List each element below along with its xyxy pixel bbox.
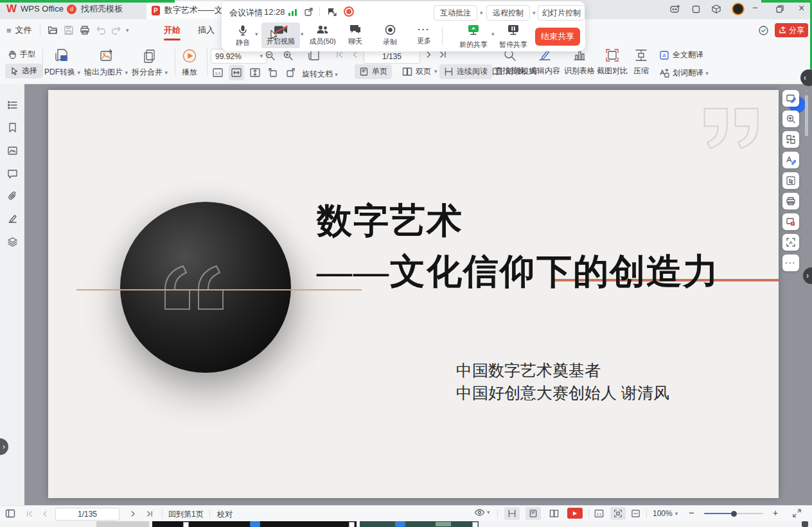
file-menu[interactable]: ≡ 文件 <box>6 24 32 36</box>
camera-on-button[interactable]: 开启视频 <box>261 22 300 48</box>
undo-icon[interactable] <box>96 26 106 35</box>
zoom-out-icon[interactable] <box>265 50 276 61</box>
taskbar-corner-icon[interactable] <box>802 521 808 527</box>
scrollbar-thumb[interactable] <box>805 95 808 136</box>
tab-document-active[interactable]: P 数字艺术——文化信 <box>146 1 234 19</box>
members-button[interactable]: 成员(50) <box>306 24 339 46</box>
status-fit-width-icon[interactable] <box>631 509 640 518</box>
remote-control-button[interactable]: 远程控制▾ <box>486 5 536 21</box>
chat-button[interactable]: 聊天 <box>344 24 367 46</box>
slide-control-button[interactable]: 幻灯片控制 <box>538 5 585 21</box>
thumbnail-checkbox[interactable] <box>349 522 355 527</box>
actual-size-icon[interactable]: 1:1 <box>212 67 224 78</box>
translate-word-button[interactable]: 划词翻译 ▾ <box>659 67 709 78</box>
bookmark-panel-icon[interactable] <box>7 122 18 133</box>
status-actual-size-icon[interactable]: 1:1 <box>594 508 605 519</box>
end-share-button[interactable]: 结束共享 <box>535 28 580 46</box>
double-page-button[interactable]: 双页 ▾ <box>400 64 440 79</box>
fullscreen-icon[interactable] <box>792 508 802 518</box>
zoom-level-button[interactable]: 100% ▾ <box>653 509 678 518</box>
area-select-button[interactable] <box>782 172 799 189</box>
back-to-first-button[interactable]: 回到第1页 <box>168 509 204 520</box>
screenshot-compare-button[interactable]: 截图对比 <box>594 48 630 76</box>
text-edit-button[interactable] <box>782 152 799 168</box>
outline-panel-icon[interactable] <box>7 100 18 111</box>
save-icon[interactable] <box>64 25 74 35</box>
rotate-doc-button[interactable]: 旋转文档 ▾ <box>302 69 338 80</box>
print-page-button[interactable] <box>782 193 799 210</box>
prev-page-icon[interactable] <box>351 51 358 58</box>
tab-template[interactable]: d 找稻壳模板 <box>67 3 143 15</box>
pause-share-button[interactable]: 暂停共享 <box>497 24 530 49</box>
export-image-button[interactable]: 输出为图片 ▾ <box>82 48 130 78</box>
status-single-page-button[interactable] <box>525 507 541 520</box>
prev-page-button[interactable] <box>41 510 48 517</box>
edit-content-button[interactable]: 编辑内容 <box>527 48 563 76</box>
proofread-button[interactable]: 校对 <box>217 509 233 520</box>
edit-image-button[interactable] <box>782 90 799 107</box>
export-ppt-button[interactable]: P <box>782 213 799 230</box>
thumbnail-checkbox[interactable] <box>183 522 189 527</box>
magnify-button[interactable] <box>782 111 799 127</box>
zoom-slider-track[interactable] <box>704 513 763 514</box>
thumbnail-panel-icon[interactable] <box>7 145 18 156</box>
ocr-button[interactable]: A <box>782 234 799 251</box>
3d-box-icon[interactable] <box>711 4 721 14</box>
view-visibility-button[interactable]: ▾ <box>474 507 490 518</box>
avatar[interactable] <box>732 3 745 15</box>
minimize-button[interactable]: − <box>752 2 758 13</box>
translate-full-button[interactable]: A 全文翻译 <box>659 49 703 60</box>
new-share-chevron[interactable]: ▾ <box>491 31 495 37</box>
first-page-icon[interactable] <box>335 51 343 58</box>
status-continuous-button[interactable] <box>504 507 520 520</box>
stacked-windows-icon[interactable] <box>691 4 701 14</box>
status-page-input[interactable]: 1/135 <box>55 508 119 521</box>
right-edge-handle[interactable]: › <box>803 267 812 284</box>
status-fit-screen-button[interactable] <box>610 507 626 520</box>
share-button[interactable]: 分享 <box>775 23 808 37</box>
redo-icon[interactable] <box>111 26 121 35</box>
tab-home[interactable]: 开始 <box>164 24 181 40</box>
interactive-annotate-button[interactable]: 互动批注▾ <box>434 5 483 21</box>
pop-out-icon[interactable] <box>304 7 313 17</box>
taskbar-thumbnail[interactable] <box>96 521 149 527</box>
assistant-icon[interactable] <box>669 3 681 15</box>
meeting-detail-link[interactable]: 会议详情 <box>229 7 263 19</box>
panel-toggle-icon[interactable] <box>5 509 15 518</box>
single-page-button[interactable]: 单页 <box>355 64 392 79</box>
first-page-button[interactable] <box>26 510 33 517</box>
camera-options-chevron[interactable]: ▾ <box>301 31 304 37</box>
zoom-out-button[interactable]: − <box>689 507 694 518</box>
record-button[interactable]: 录制 <box>378 24 402 47</box>
find-replace-button[interactable]: 查找替换 <box>492 48 528 76</box>
layers-panel-icon[interactable] <box>7 237 18 247</box>
zoom-in-button[interactable]: + <box>773 508 778 518</box>
fit-height-icon[interactable] <box>249 67 261 78</box>
open-folder-icon[interactable] <box>48 25 58 35</box>
select-tool[interactable]: 选择 <box>5 64 42 78</box>
continuous-read-button[interactable]: 连续阅读 <box>439 64 492 79</box>
restore-button[interactable] <box>775 4 784 13</box>
scrollbar-up-arrow[interactable]: ▲ <box>804 87 809 92</box>
mute-button[interactable]: 静音 <box>231 24 255 48</box>
taskbar-thumbnail[interactable] <box>152 521 357 527</box>
doc-protect-icon[interactable] <box>758 25 769 36</box>
ribbon-collapse-handle[interactable]: ‹ <box>800 69 812 86</box>
tab-insert[interactable]: 插入 <box>198 24 215 36</box>
hand-tool[interactable]: 手型 <box>8 49 35 60</box>
pdf-convert-button[interactable]: W PDF转换 ▾ <box>41 48 84 78</box>
play-slideshow-button[interactable]: 播放 <box>175 48 204 78</box>
wps-home-button[interactable]: W WPS Office <box>6 3 64 14</box>
compress-button[interactable]: 压缩 <box>627 48 655 76</box>
close-button[interactable]: × <box>799 3 804 14</box>
split-merge-button[interactable]: 拆分合并 ▾ <box>128 48 171 78</box>
table-ocr-button[interactable]: 识别表格 <box>561 48 597 76</box>
next-page-button[interactable] <box>130 510 137 517</box>
more-tools-button[interactable]: ··· <box>782 255 799 271</box>
chevron-down-icon[interactable]: ▾ <box>126 28 129 33</box>
zoom-slider-thumb[interactable] <box>731 511 737 517</box>
mute-options-chevron[interactable]: ▾ <box>255 31 258 37</box>
signature-panel-icon[interactable] <box>7 213 18 224</box>
status-play-button[interactable]: ▶ <box>567 508 583 519</box>
taskbar-thumbnail[interactable] <box>360 521 479 527</box>
